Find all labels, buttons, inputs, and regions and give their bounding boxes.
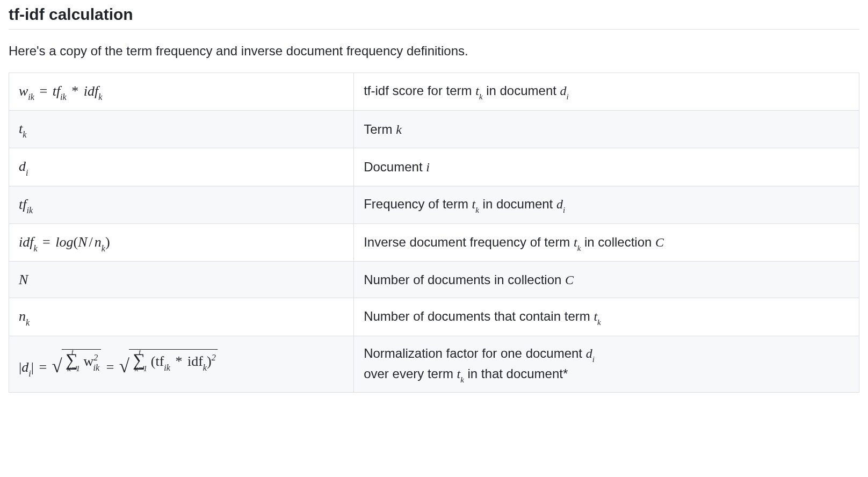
description-cell: Normalization factor for one document di… bbox=[354, 336, 859, 392]
formula-cell: idfk = log(N/nk) bbox=[9, 224, 354, 262]
table-row: nkNumber of documents that contain term … bbox=[9, 298, 859, 336]
formula-cell: tfik bbox=[9, 186, 354, 223]
formula-cell: |di| = √∑tk=1 w2ik = √∑tk=1 (tfik * idfk… bbox=[9, 336, 354, 392]
description-cell: Number of documents that contain term tk bbox=[354, 298, 859, 336]
definitions-tbody: wik = tfik * idfktf-idf score for term t… bbox=[9, 73, 859, 392]
description-cell: Inverse document frequency of term tk in… bbox=[354, 224, 859, 262]
table-row: tkTerm k bbox=[9, 110, 859, 148]
intro-paragraph: Here's a copy of the term frequency and … bbox=[9, 41, 859, 61]
page-title: tf-idf calculation bbox=[9, 4, 859, 30]
formula-cell: di bbox=[9, 148, 354, 186]
definitions-table: wik = tfik * idfktf-idf score for term t… bbox=[9, 73, 859, 393]
table-row: diDocument i bbox=[9, 148, 859, 186]
description-cell: tf-idf score for term tk in document di bbox=[354, 73, 859, 110]
table-row: |di| = √∑tk=1 w2ik = √∑tk=1 (tfik * idfk… bbox=[9, 336, 859, 392]
description-cell: Document i bbox=[354, 148, 859, 186]
formula-cell: N bbox=[9, 262, 354, 298]
document-page: tf-idf calculation Here's a copy of the … bbox=[0, 0, 868, 406]
formula-cell: nk bbox=[9, 298, 354, 336]
table-row: idfk = log(N/nk)Inverse document frequen… bbox=[9, 224, 859, 262]
description-cell: Frequency of term tk in document di bbox=[354, 186, 859, 223]
table-row: tfikFrequency of term tk in document di bbox=[9, 186, 859, 223]
formula-cell: wik = tfik * idfk bbox=[9, 73, 354, 110]
description-cell: Term k bbox=[354, 110, 859, 148]
table-row: NNumber of documents in collection C bbox=[9, 262, 859, 298]
table-row: wik = tfik * idfktf-idf score for term t… bbox=[9, 73, 859, 110]
description-cell: Number of documents in collection C bbox=[354, 262, 859, 298]
formula-cell: tk bbox=[9, 110, 354, 148]
